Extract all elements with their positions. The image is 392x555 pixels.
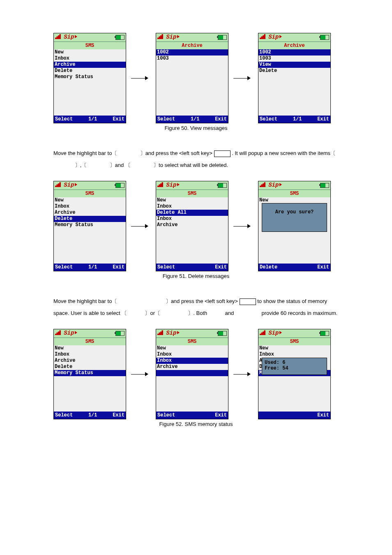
phone-screen-memory-result: Sip SMS New Inbox Ar De Me Used: 6 Free:…	[258, 329, 331, 419]
menu-item-delete[interactable]: Delete	[54, 216, 126, 222]
screen-title: Archive	[258, 42, 330, 49]
paragraph: Move the highlight bar to〔 〕and press th…	[53, 296, 339, 319]
menu-item-archive[interactable]: Archive	[54, 62, 126, 68]
menu-item-archive[interactable]: Archive	[54, 358, 126, 364]
signal-icon	[55, 34, 61, 39]
menu-item-delete[interactable]: Delete	[54, 68, 126, 74]
phone-screen-confirm: Sip SMS New Are you sure? Delete Exit	[258, 181, 331, 271]
list-item[interactable]: 1003	[258, 56, 330, 62]
phone-screen-sms-archive: Sip SMS New Inbox Archive Delete Memory …	[53, 33, 126, 123]
menu-item-new[interactable]: New	[54, 197, 126, 204]
menu-item-view[interactable]: View	[258, 62, 330, 68]
paragraph: Move the highlight bar to〔 〕and press th…	[53, 148, 339, 171]
softkey-placeholder	[214, 150, 231, 157]
sip-icon: Sip	[64, 34, 77, 40]
menu-item-delete-all[interactable]: Delete All	[156, 210, 228, 216]
page-indicator: 1/1	[88, 264, 97, 270]
softkey-left[interactable]: Select	[157, 412, 175, 418]
screen-title: SMS	[258, 190, 330, 197]
menu-item-delete[interactable]: Delete	[54, 364, 126, 370]
phone-screen-delete-scope: Sip SMS New Inbox Delete All Inbox Archi…	[156, 181, 228, 271]
menu-item-memory[interactable]: Memory Status	[54, 370, 126, 376]
screen-title: SMS	[54, 42, 126, 49]
screen-title: SMS	[156, 190, 228, 197]
phone-screen-archive-list: Sip Archive 1002 1003 Select 1/1 Exit	[156, 33, 228, 123]
page-indicator: 1/1	[293, 116, 302, 122]
softkey-right[interactable]: Exit	[215, 412, 227, 418]
memory-popup: Used: 6 Free: 54	[262, 358, 327, 375]
menu-item-inbox[interactable]: Inbox	[54, 204, 126, 210]
menu-item-inbox[interactable]: Inbox	[156, 204, 228, 210]
softkey-left[interactable]: Select	[55, 264, 73, 270]
figure-caption: Figure 50. View messages	[53, 125, 339, 131]
menu-item-inbox[interactable]: Inbox	[156, 352, 228, 358]
menu-item-inbox[interactable]: Inbox	[54, 56, 126, 62]
figure-caption: Figure 52. SMS memory status	[53, 421, 339, 427]
confirm-popup: Are you sure?	[262, 203, 327, 232]
menu-item-inbox[interactable]: Inbox	[156, 358, 228, 364]
figure-caption: Figure 51. Delete messages	[53, 273, 339, 279]
softkey-right[interactable]: Exit	[215, 264, 227, 270]
figure-50-row: Sip SMS New Inbox Archive Delete Memory …	[53, 33, 339, 123]
figure-52-row: Sip SMS New Inbox Archive Delete Memory …	[53, 329, 339, 419]
menu-item-new: New	[258, 197, 330, 204]
menu-item-inbox: Inbox	[258, 352, 330, 358]
screen-title: Archive	[156, 42, 228, 49]
softkey-left[interactable]: Select	[157, 116, 175, 122]
softkey-right[interactable]: Exit	[317, 116, 329, 122]
list-item[interactable]: 1003	[156, 56, 228, 62]
menu-item-archive[interactable]: Archive	[54, 210, 126, 216]
menu-item-delete[interactable]: Delete	[258, 68, 330, 74]
softkey-left[interactable]: Select	[260, 116, 277, 122]
softkey-right[interactable]: Exit	[215, 116, 227, 122]
page-indicator: 1/1	[191, 116, 200, 122]
softkey-left[interactable]: Select	[157, 264, 175, 270]
menu-item-new[interactable]: New	[54, 345, 126, 352]
menu-item-inbox[interactable]: Inbox	[54, 352, 126, 358]
list-item[interactable]: 1002	[258, 49, 330, 56]
status-bar: Sip	[54, 33, 126, 42]
phone-screen-sms-delete: Sip SMS New Inbox Archive Delete Memory …	[53, 181, 126, 271]
softkey-left[interactable]: Delete	[260, 264, 277, 270]
menu-item-blank	[156, 370, 228, 376]
confirm-text: Are you sure?	[275, 209, 314, 215]
softkey-right[interactable]: Exit	[113, 264, 125, 270]
softkey-right[interactable]: Exit	[113, 116, 125, 122]
figure-51-row: Sip SMS New Inbox Archive Delete Memory …	[53, 181, 339, 271]
page-indicator: 1/1	[88, 412, 97, 418]
phone-screen-memory-scope: Sip SMS New Inbox Inbox Archive Select E…	[156, 329, 228, 419]
softkey-right[interactable]: Exit	[113, 412, 125, 418]
menu-item-memory[interactable]: Memory Status	[54, 74, 126, 80]
memory-used: Used: 6	[265, 360, 324, 365]
softkey-right[interactable]: Exit	[317, 412, 329, 418]
menu-item-archive[interactable]: Archive	[156, 222, 228, 228]
battery-icon	[115, 35, 125, 40]
softkey-right[interactable]: Exit	[317, 264, 329, 270]
document-page: Sip SMS New Inbox Archive Delete Memory …	[0, 0, 392, 468]
page-indicator: 1/1	[88, 116, 97, 122]
softkey-left[interactable]: Select	[55, 412, 73, 418]
screen-title: SMS	[258, 338, 330, 345]
menu-item-memory[interactable]: Memory Status	[54, 222, 126, 228]
menu-item-new[interactable]: New	[156, 197, 228, 204]
phone-screen-archive-options: Sip Archive 1002 1003 View Delete Select…	[258, 33, 331, 123]
screen-title: SMS	[54, 190, 126, 197]
screen-title: SMS	[54, 338, 126, 345]
menu-item-new[interactable]: New	[156, 345, 228, 352]
softkey-left[interactable]: Select	[55, 116, 73, 122]
list-item[interactable]: 1002	[156, 49, 228, 56]
menu-item-new: New	[258, 345, 330, 352]
menu-item-archive[interactable]: Archive	[156, 364, 228, 370]
screen-title: SMS	[156, 338, 228, 345]
menu-item-new[interactable]: New	[54, 49, 126, 56]
menu-item-inbox[interactable]: Inbox	[156, 216, 228, 222]
memory-free: Free: 54	[265, 365, 324, 371]
phone-screen-sms-memory: Sip SMS New Inbox Archive Delete Memory …	[53, 329, 126, 419]
softkey-placeholder	[240, 298, 256, 305]
